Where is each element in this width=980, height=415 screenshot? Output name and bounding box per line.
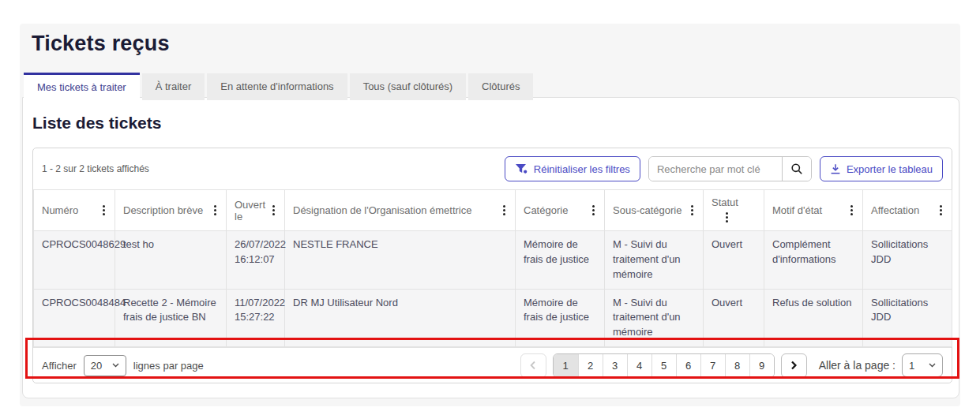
page-size-select[interactable]: 20 [84,355,126,376]
chevron-left-icon [529,361,537,370]
cell-numero: CPROCS0048629 [34,231,115,290]
previous-page-button[interactable] [520,353,546,378]
cell-sous-categorie: M - Suivi du traitement d'un mémoire [605,289,704,347]
column-header-description-breve[interactable]: Description brève [115,190,227,231]
column-header-numero[interactable]: Numéro [34,190,115,231]
cell-affectation: Sollicitations JDD [863,289,952,347]
tab-a-traiter[interactable]: À traiter [142,73,205,100]
cell-affectation: Sollicitations JDD [863,231,952,290]
goto-page-label: Aller à la page : [819,359,896,372]
cell-categorie: Mémoire de frais de justice [516,289,605,347]
ticket-table-container: 1 - 2 sur 2 tickets affichés Réinitialis… [32,148,952,383]
content-panel: Tickets reçus Mes tickets à traiter À tr… [20,24,960,406]
kebab-menu-icon[interactable] [938,204,944,217]
kebab-menu-icon[interactable] [101,204,107,217]
export-table-button[interactable]: Exporter le tableau [820,156,943,181]
tab-en-attente-informations[interactable]: En attente d'informations [207,73,347,100]
reset-filters-label: Réinitialiser les filtres [534,163,630,175]
tab-tous-sauf-clotures[interactable]: Tous (sauf clôturés) [350,73,466,100]
page-number-group: 1 2 3 4 5 6 7 8 9 [553,353,775,378]
tab-bar: Mes tickets à traiter À traiter En atten… [24,73,533,100]
kebab-menu-icon[interactable] [271,204,276,217]
kebab-menu-icon[interactable] [849,204,854,217]
chevron-right-icon [790,361,798,370]
results-count-text: 1 - 2 sur 2 tickets affichés [42,163,149,174]
kebab-menu-icon[interactable] [212,204,218,217]
keyword-search-box [648,156,812,181]
page-navigation: 1 2 3 4 5 6 7 8 9 Al [520,353,943,378]
cell-sous-categorie: M - Suivi du traitement d'un mémoire [605,231,704,290]
kebab-menu-icon[interactable] [591,204,596,217]
column-header-statut[interactable]: Statut [704,190,764,231]
page-button-2[interactable]: 2 [578,354,603,377]
chevron-down-icon [112,363,119,368]
cell-statut: Ouvert [704,289,764,347]
show-label: Afficher [42,360,77,372]
page-button-1[interactable]: 1 [554,354,578,377]
cell-categorie: Mémoire de frais de justice [516,231,605,290]
column-header-ouvert-le[interactable]: Ouvert le [227,190,285,231]
goto-page-value: 1 [909,360,914,372]
kebab-menu-icon[interactable] [689,204,695,217]
page-button-3[interactable]: 3 [603,354,627,377]
cell-description: Recette 2 - Mémoire frais de justice BN [115,289,227,347]
search-button[interactable] [782,157,811,181]
column-header-sous-categorie[interactable]: Sous-catégorie [605,190,704,231]
download-icon [830,163,841,174]
page-button-9[interactable]: 9 [749,354,774,377]
column-header-designation-organisation[interactable]: Désignation de l'Organisation émettrice [285,190,516,231]
goto-page-select[interactable]: 1 [902,353,943,377]
cell-numero: CPROCS0048484 [34,289,115,347]
lines-per-page-label: lignes par page [133,360,204,372]
kebab-menu-icon[interactable] [724,211,730,224]
table-row[interactable]: CPROCS0048629 test ho 26/07/2022 16:12:0… [34,231,952,290]
goto-page-wrapper: 1 [902,353,943,377]
cell-designation: DR MJ Utilisateur Nord [285,289,516,347]
column-header-affectation[interactable]: Affectation [863,190,952,231]
table-toolbar: 1 - 2 sur 2 tickets affichés Réinitialis… [33,148,952,189]
page-button-5[interactable]: 5 [651,354,676,377]
toolbar-actions: Réinitialiser les filtres [505,156,943,181]
tickets-table: Numéro Description brève Ouvert le Désig… [33,189,952,347]
cell-description: test ho [115,231,227,290]
cell-motif-etat: Complément d'informations [764,231,863,290]
reset-filters-button[interactable]: Réinitialiser les filtres [505,156,640,181]
page-button-6[interactable]: 6 [676,354,700,377]
list-heading: Liste des tickets [32,114,161,133]
column-header-motif-etat[interactable]: Motif d'état [764,190,863,231]
table-header-row: Numéro Description brève Ouvert le Désig… [34,190,952,231]
tab-mes-tickets-a-traiter[interactable]: Mes tickets à traiter [24,73,140,101]
chevron-down-icon [929,363,936,368]
page-size-value: 20 [91,360,102,372]
table-row[interactable]: CPROCS0048484 Recette 2 - Mémoire frais … [34,289,952,347]
search-input[interactable] [649,157,782,181]
page-button-4[interactable]: 4 [627,354,651,377]
filter-off-icon [515,163,528,174]
search-icon [790,163,803,175]
tab-clotures[interactable]: Clôturés [468,73,533,100]
cell-motif-etat: Refus de solution [764,289,863,347]
page-title: Tickets reçus [32,32,170,56]
next-page-button[interactable] [781,353,807,378]
cell-ouvert-le: 11/07/2022 15:27:22 [227,289,285,347]
export-table-label: Exporter le tableau [847,163,933,175]
page-size-controls: Afficher 20 lignes par page [42,355,204,376]
pagination-bar: Afficher 20 lignes par page [33,347,952,383]
cell-ouvert-le: 26/07/2022 16:12:07 [227,231,285,290]
page-button-8[interactable]: 8 [725,354,749,377]
cell-designation: NESTLE FRANCE [285,231,516,290]
column-header-categorie[interactable]: Catégorie [516,190,605,231]
kebab-menu-icon[interactable] [501,204,507,217]
page-button-7[interactable]: 7 [700,354,725,377]
cell-statut: Ouvert [704,231,764,290]
ticket-list-card: Liste des tickets 1 - 2 sur 2 tickets af… [22,97,959,398]
